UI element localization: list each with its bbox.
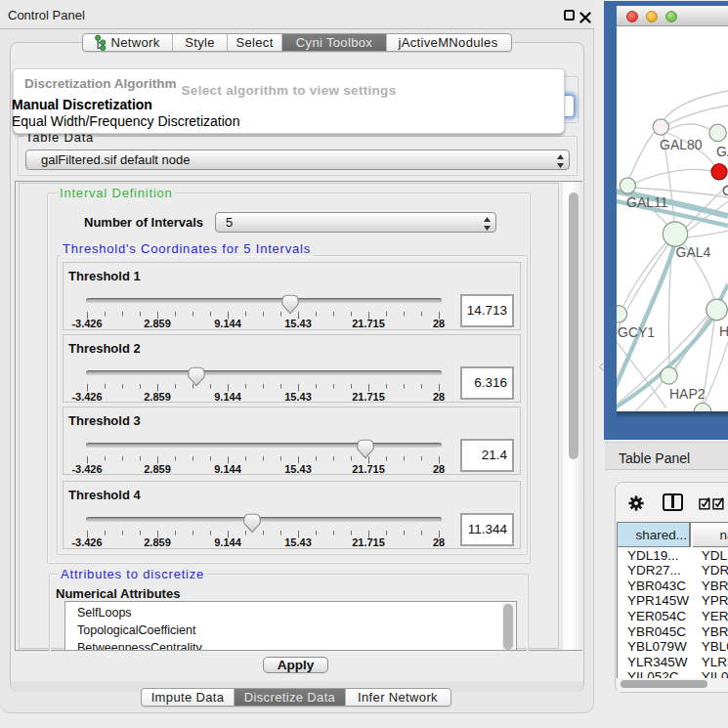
svg-text:GAL4: GAL4 — [676, 244, 711, 260]
svg-text:C: C — [722, 183, 728, 198]
svg-text:HAP2: HAP2 — [669, 386, 706, 402]
svg-text:GA: GA — [716, 144, 728, 159]
svg-text:GAL11: GAL11 — [626, 194, 668, 210]
svg-text:GCY1: GCY1 — [618, 324, 655, 340]
svg-text:H: H — [719, 323, 728, 339]
svg-text:GAL80: GAL80 — [660, 137, 703, 152]
